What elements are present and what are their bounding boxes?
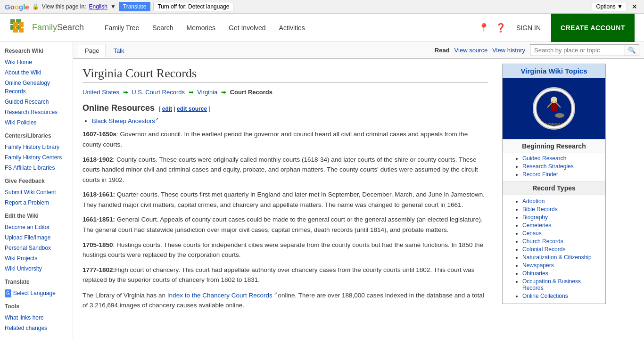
sidebar-item-related-changes[interactable]: Related changes: [5, 323, 68, 333]
sidebar-item-upload-file[interactable]: Upload File/Image: [5, 232, 68, 243]
search-input[interactable]: [530, 45, 625, 56]
occupation-link[interactable]: Occupation & Business Records: [522, 278, 581, 291]
content-wrapper: Research Wiki Wiki Home About the Wiki O…: [0, 42, 644, 339]
sign-in-button[interactable]: SIGN IN: [512, 20, 545, 35]
tab-read[interactable]: Read: [435, 47, 450, 54]
church-records-link[interactable]: Church Records: [522, 238, 563, 245]
tab-view-source[interactable]: View source: [454, 47, 488, 54]
nav-get-involved[interactable]: Get Involved: [222, 20, 272, 35]
sidebar-item-family-history-centers[interactable]: Family History Centers: [5, 152, 68, 163]
sidebar-section-title-research-wiki: Research Wiki: [5, 48, 68, 54]
tab-page[interactable]: Page: [78, 44, 106, 58]
record-types-title: Record Types: [503, 181, 605, 195]
svg-rect-7: [19, 28, 24, 33]
sidebar-item-sandbox[interactable]: Personal Sandbox: [5, 243, 68, 253]
sidebar-item-about-wiki[interactable]: About the Wiki: [5, 67, 68, 78]
census-link[interactable]: Census: [522, 230, 542, 237]
sidebar-section-title-translate: Translate: [5, 279, 68, 285]
right-sidebar: Virginia Wiki Topics: [497, 59, 611, 323]
colonial-records-link[interactable]: Colonial Records: [522, 246, 565, 253]
sidebar-section-title-feedback: Give Feedback: [5, 178, 68, 184]
sidebar-item-become-editor[interactable]: Become an Editor: [5, 222, 68, 232]
site-logo[interactable]: FamilySearch: [9, 18, 84, 37]
edit-source-link[interactable]: edit source: [177, 106, 207, 112]
nav-activities[interactable]: Activities: [272, 20, 312, 35]
flag-seal: ★ VIRGINIA ★: [533, 87, 575, 130]
edit-link[interactable]: edit: [162, 106, 172, 112]
online-collections-link[interactable]: Online Collections: [522, 293, 568, 299]
breadcrumb: United States ➡ U.S. Court Records ➡ Vir…: [83, 89, 488, 96]
sidebar-item-submit-wiki[interactable]: Submit Wiki Content: [5, 187, 68, 197]
sidebar-item-wiki-university[interactable]: Wiki University: [5, 263, 68, 274]
guided-research-link[interactable]: Guided Research: [522, 155, 566, 162]
nav-search[interactable]: Search: [146, 20, 180, 35]
help-icon-button[interactable]: ❓: [495, 23, 506, 33]
para-1618-1661: 1618-1661: Quarter courts. These courts …: [83, 189, 488, 210]
search-box-wrap: 🔍: [530, 44, 639, 56]
sidebar-item-guided-research[interactable]: Guided Research: [5, 97, 68, 107]
sidebar-item-online-genealogy[interactable]: Online Genealogy Records: [5, 78, 68, 97]
main-header: FamilySearch Family Tree Search Memories…: [0, 14, 644, 42]
sidebar-item-wiki-home[interactable]: Wiki Home: [5, 57, 68, 67]
beginning-research-title: Beginning Research: [503, 139, 605, 153]
nav-family-tree[interactable]: Family Tree: [98, 20, 146, 35]
svg-rect-5: [19, 22, 24, 27]
record-types-list: Adoption Bible Records Biography Cemeter…: [503, 195, 605, 304]
language-link[interactable]: English: [89, 3, 107, 10]
obituaries-link[interactable]: Obituaries: [522, 270, 548, 277]
para-1618-1902: 1618-1902: County courts. These courts w…: [83, 155, 488, 185]
sidebar-item-wiki-projects[interactable]: Wiki Projects: [5, 253, 68, 263]
sidebar-item-research-resources[interactable]: Research Resources: [5, 107, 68, 117]
research-strategies-link[interactable]: Research Strategies: [522, 163, 574, 170]
svg-point-14: [555, 113, 564, 118]
breadcrumb-virginia[interactable]: Virginia: [197, 89, 217, 96]
search-button[interactable]: 🔍: [625, 45, 639, 56]
sidebar-item-fs-affiliate[interactable]: FS Affiliate Libraries: [5, 163, 68, 173]
svg-rect-11: [551, 103, 557, 112]
sidebar-item-select-language[interactable]: G Select Language: [5, 288, 68, 298]
nav-memories[interactable]: Memories: [180, 20, 222, 35]
biography-link[interactable]: Biography: [522, 214, 548, 221]
breadcrumb-current: Court Records: [230, 89, 272, 96]
main-and-right: Virginia Court Records United States ➡ U…: [73, 59, 644, 323]
location-icon-button[interactable]: 📍: [479, 23, 489, 33]
newspapers-link[interactable]: Newspapers: [522, 262, 554, 269]
para-library-virginia: The Library of Virginia has an Index to …: [83, 290, 488, 311]
chancery-court-records-link[interactable]: Index to the Chancery Court Records ↗: [167, 292, 278, 299]
breadcrumb-united-states[interactable]: United States: [83, 89, 119, 96]
tab-talk[interactable]: Talk: [106, 44, 131, 58]
record-finder-link[interactable]: Record Finder: [522, 171, 558, 178]
create-account-button[interactable]: CREATE ACCOUNT: [551, 14, 635, 42]
adoption-link[interactable]: Adoption: [522, 198, 545, 205]
cemeteries-link[interactable]: Cemeteries: [522, 222, 551, 229]
sidebar-item-wiki-policies[interactable]: Wiki Policies: [5, 117, 68, 128]
bible-records-link[interactable]: Bible Records: [522, 206, 558, 213]
beginning-research-list: Guided Research Research Strategies Reco…: [503, 153, 605, 181]
virginia-seal-svg: ★ VIRGINIA ★: [535, 90, 573, 127]
turn-off-button[interactable]: Turn off for: Detect language: [153, 2, 233, 11]
lock-icon: 🔒: [32, 3, 39, 10]
close-button[interactable]: ✕: [630, 3, 639, 10]
breadcrumb-us-court-records[interactable]: U.S. Court Records: [132, 89, 185, 96]
sidebar-item-family-history-library[interactable]: Family History Library: [5, 142, 68, 152]
svg-rect-6: [13, 28, 18, 33]
naturalization-link[interactable]: Naturalization & Citizenship: [522, 254, 592, 261]
logo-icon: [9, 18, 28, 37]
options-button[interactable]: Options ▼: [592, 2, 627, 11]
sidebar-item-report-problem[interactable]: Report a Problem: [5, 197, 68, 208]
virginia-flag-image: ★ VIRGINIA ★: [503, 78, 605, 139]
sidebar-item-what-links-here[interactable]: What links here: [5, 313, 68, 323]
translate-button[interactable]: Translate: [119, 2, 151, 11]
para-1661-1851: 1661-1851: General Court. Appeals of cou…: [83, 214, 488, 235]
black-sheep-ancestors-link[interactable]: Black Sheep Ancestors↗: [92, 117, 159, 124]
online-resources-list: Black Sheep Ancestors↗: [92, 117, 488, 124]
tab-view-history[interactable]: View history: [492, 47, 525, 54]
wiki-topics-title: Virginia Wiki Topics: [503, 64, 605, 78]
list-item: Black Sheep Ancestors↗: [92, 117, 488, 124]
center-right-wrapper: Page Talk Read View source View history …: [73, 42, 644, 339]
page-tabs: Page Talk: [78, 43, 132, 57]
svg-text:★ VIRGINIA ★: ★ VIRGINIA ★: [545, 123, 563, 125]
online-resources-section: Online Resources [ edit | edit source ] …: [83, 103, 488, 124]
page-tabs-bar: Page Talk Read View source View history …: [73, 42, 644, 59]
wiki-topics-box: Virginia Wiki Topics: [502, 64, 606, 304]
